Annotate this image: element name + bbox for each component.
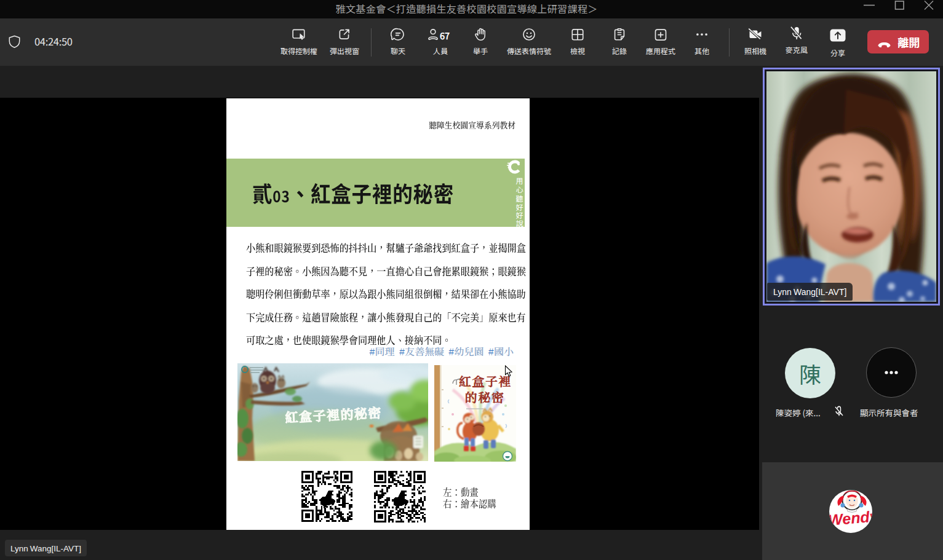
svg-text:Wendy: Wendy (827, 507, 880, 529)
svg-text:的秘密: 的秘密 (465, 388, 505, 406)
